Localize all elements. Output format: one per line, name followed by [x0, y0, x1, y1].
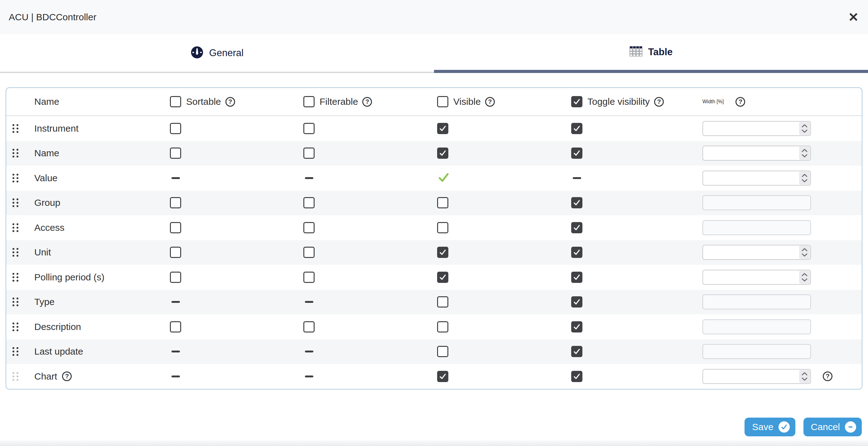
- filterable-checkbox[interactable]: [303, 321, 315, 332]
- spinner-up-icon[interactable]: [802, 123, 807, 128]
- spinner-up-icon[interactable]: [802, 173, 807, 177]
- sortable-checkbox[interactable]: [170, 197, 181, 208]
- sortable-header-checkbox[interactable]: [170, 96, 181, 107]
- toggle-visibility-checkbox[interactable]: [571, 321, 582, 332]
- sortable-checkbox[interactable]: [170, 321, 181, 332]
- visible-checkbox[interactable]: [437, 197, 448, 208]
- help-icon[interactable]: ?: [362, 97, 372, 107]
- spinner-down-icon[interactable]: [802, 377, 807, 381]
- spinner-up-icon[interactable]: [802, 371, 807, 376]
- help-icon[interactable]: ?: [823, 371, 833, 381]
- toggle-visibility-checkbox[interactable]: [571, 197, 582, 208]
- sortable-checkbox[interactable]: [170, 247, 181, 258]
- toggle-visibility-header-checkbox[interactable]: [571, 96, 582, 107]
- visible-checkbox[interactable]: [437, 222, 448, 233]
- help-icon[interactable]: ?: [62, 371, 72, 381]
- number-spinner: [799, 172, 810, 185]
- width-input[interactable]: [703, 121, 811, 136]
- filterable-checkbox[interactable]: [303, 272, 315, 283]
- save-button[interactable]: Save: [745, 418, 795, 436]
- close-icon[interactable]: ✕: [848, 11, 859, 23]
- width-input[interactable]: [703, 270, 811, 285]
- toggle-visibility-cell: [571, 272, 703, 283]
- cancel-button[interactable]: Cancel: [803, 418, 862, 436]
- filterable-checkbox[interactable]: [303, 123, 315, 134]
- drag-handle-icon[interactable]: [12, 248, 19, 257]
- tab-general[interactable]: General: [0, 34, 434, 73]
- drag-handle-icon[interactable]: [12, 323, 19, 331]
- toggle-visibility-checkbox[interactable]: [571, 247, 582, 258]
- width-input[interactable]: [703, 195, 811, 210]
- drag-handle-icon[interactable]: [12, 298, 19, 306]
- visible-checkbox[interactable]: [437, 296, 448, 307]
- visible-checkbox[interactable]: [437, 346, 448, 357]
- tab-table-label: Table: [648, 47, 673, 58]
- width-input[interactable]: [703, 294, 811, 309]
- number-spinner: [799, 147, 810, 160]
- spinner-down-icon[interactable]: [802, 129, 807, 133]
- toggle-visibility-checkbox[interactable]: [571, 296, 582, 307]
- toggle-visibility-checkbox[interactable]: [571, 371, 582, 382]
- visible-checkbox[interactable]: [437, 123, 448, 134]
- sortable-cell: [170, 301, 303, 303]
- help-icon[interactable]: ?: [654, 97, 664, 107]
- sortable-checkbox[interactable]: [170, 148, 181, 159]
- filterable-checkbox[interactable]: [303, 222, 315, 233]
- toggle-visibility-checkbox[interactable]: [571, 346, 582, 357]
- width-input[interactable]: [703, 369, 811, 384]
- drag-handle-cell: [6, 323, 23, 331]
- drag-handle-cell: [6, 198, 23, 207]
- spinner-up-icon[interactable]: [802, 148, 807, 153]
- help-icon[interactable]: ?: [225, 97, 235, 107]
- drag-handle-icon[interactable]: [12, 124, 19, 133]
- width-input[interactable]: [703, 245, 811, 260]
- table-row: Polling period (s): [6, 265, 862, 290]
- number-spinner: [799, 271, 810, 284]
- visible-cell: [437, 197, 571, 208]
- toggle-visibility-checkbox[interactable]: [571, 222, 582, 233]
- width-input[interactable]: [703, 146, 811, 160]
- spinner-down-icon[interactable]: [802, 277, 807, 282]
- tab-table[interactable]: Table: [434, 34, 868, 73]
- width-input[interactable]: [703, 344, 811, 359]
- help-icon[interactable]: ?: [736, 97, 745, 107]
- toggle-visibility-checkbox[interactable]: [571, 148, 582, 159]
- row-name-label: Unit: [34, 247, 51, 258]
- visible-cell: [437, 272, 571, 283]
- drag-handle-icon[interactable]: [12, 347, 19, 356]
- spinner-down-icon[interactable]: [802, 154, 807, 158]
- visible-checkbox[interactable]: [437, 371, 448, 382]
- visible-checkbox[interactable]: [437, 272, 448, 283]
- drag-handle-icon[interactable]: [12, 174, 19, 182]
- filterable-checkbox[interactable]: [303, 197, 315, 208]
- spinner-down-icon[interactable]: [802, 253, 807, 257]
- width-input[interactable]: [703, 171, 811, 185]
- visible-header-checkbox[interactable]: [437, 96, 448, 107]
- drag-handle-icon[interactable]: [12, 149, 19, 157]
- drag-handle-icon[interactable]: [12, 223, 19, 232]
- row-name: Polling period (s): [23, 272, 170, 283]
- filterable-checkbox[interactable]: [303, 247, 315, 258]
- row-name: Instrument: [23, 123, 170, 134]
- drag-handle-icon[interactable]: [12, 273, 19, 281]
- toggle-visibility-checkbox[interactable]: [571, 272, 582, 283]
- width-input[interactable]: [703, 319, 811, 334]
- sortable-checkbox[interactable]: [170, 272, 181, 283]
- spinner-down-icon[interactable]: [802, 178, 807, 183]
- width-input[interactable]: [703, 220, 811, 235]
- visible-cell: [437, 171, 571, 185]
- visible-checkbox[interactable]: [437, 148, 448, 159]
- spinner-up-icon[interactable]: [802, 272, 807, 277]
- sortable-checkbox[interactable]: [170, 123, 181, 134]
- filterable-cell: [303, 301, 437, 303]
- drag-handle-icon[interactable]: [12, 198, 19, 207]
- toggle-visibility-checkbox[interactable]: [571, 123, 582, 134]
- visible-checkbox[interactable]: [437, 247, 448, 258]
- filterable-checkbox[interactable]: [303, 148, 315, 159]
- visible-cell: [437, 148, 571, 159]
- visible-checkbox[interactable]: [437, 321, 448, 332]
- filterable-header-checkbox[interactable]: [303, 96, 315, 107]
- spinner-up-icon[interactable]: [802, 248, 807, 252]
- help-icon[interactable]: ?: [485, 97, 495, 107]
- sortable-checkbox[interactable]: [170, 222, 181, 233]
